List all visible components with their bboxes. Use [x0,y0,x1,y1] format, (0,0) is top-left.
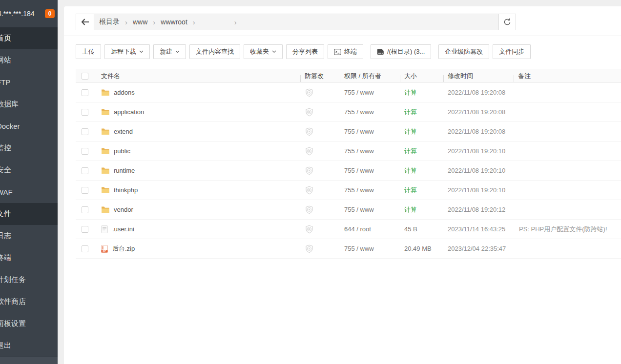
sidebar-item-4[interactable]: 数据库 [0,93,58,115]
sidebar: 4.***.***.184 0 首页 网站 FTP 数据库 Docker 监控 … [0,0,58,364]
toolbar-button-5[interactable]: 收藏夹 [244,44,283,59]
calc-size-link[interactable]: 计算 [404,167,417,174]
row-checkbox[interactable] [82,167,88,174]
breadcrumb-segment-2[interactable]: www [133,18,147,26]
col-size[interactable]: 大小 [400,72,443,81]
row-checkbox[interactable] [82,109,88,116]
chevron-down-icon [272,50,276,53]
select-all-checkbox[interactable] [82,73,88,80]
folder-icon [101,89,109,96]
sidebar-item-label: 文件 [0,209,11,219]
sidebar-item-label: FTP [0,78,10,86]
chevron-down-icon [272,50,276,53]
toolbar-button-3[interactable]: 新建 [153,44,186,59]
row-checkbox[interactable] [82,187,88,194]
sidebar-item-2[interactable]: 网站 [0,49,58,71]
sidebar-item-7[interactable]: 安全 [0,159,58,181]
sidebar-item-14[interactable]: 面板设置 [0,313,58,335]
sidebar-item-13[interactable]: 软件商店 [0,291,58,313]
file-name[interactable]: 后台.zip [112,244,135,253]
col-remark[interactable]: 备注 [514,72,621,81]
sidebar-item-9[interactable]: 文件 [0,203,58,225]
shield-x-icon[interactable] [305,147,313,156]
back-button[interactable] [76,14,94,30]
breadcrumb-segment-3[interactable]: wwwroot [161,18,187,26]
col-modified-time[interactable]: 修改时间 [443,72,514,81]
sidebar-item-15[interactable]: 退出 [0,335,58,357]
table-header-row: 文件名 防篡改 权限 / 所有者 大小 修改时间 备注 [76,69,621,83]
shield-x-icon[interactable] [305,225,313,234]
calc-size-link[interactable]: 计算 [404,206,417,213]
toolbar-button-9[interactable]: 企业级防篡改 [438,44,489,59]
sidebar-item-label: 首页 [0,34,11,43]
breadcrumb-segment-1[interactable]: 根目录 [99,18,120,26]
file-perms: 755 / www [340,147,400,155]
toolbar-button-4[interactable]: 文件内容查找 [189,44,240,59]
toolbar-button-label: 文件同步 [499,47,524,56]
sidebar-header: 4.***.***.184 0 [0,0,58,27]
file-name[interactable]: addons [114,89,135,96]
calc-size-link[interactable]: 计算 [404,186,417,194]
sidebar-item-label: 监控 [0,143,11,153]
toolbar-button-6[interactable]: 分享列表 [286,44,324,59]
sidebar-item-11[interactable]: 终端 [0,247,58,269]
file-mtime: 2022/11/08 19:20:08 [443,108,514,116]
shield-x-icon[interactable] [305,186,313,195]
row-checkbox[interactable] [82,206,88,213]
toolbar-button-2[interactable]: 远程下载 [104,44,150,59]
file-row: public 755 / www 计算 2022/11/08 19:20:10 [76,142,621,161]
toolbar-button-7[interactable]: 终端 [328,44,363,59]
sidebar-item-12[interactable]: 计划任务 [0,269,58,291]
sidebar-footer-strip [0,357,58,364]
file-table: 文件名 防篡改 权限 / 所有者 大小 修改时间 备注 addons [76,69,621,259]
row-checkbox[interactable] [82,89,88,96]
calc-size-link[interactable]: 计算 [404,89,417,96]
calc-size-link[interactable]: 计算 [404,147,417,155]
sidebar-item-label: 面板设置 [0,319,26,328]
shield-x-icon[interactable] [305,88,313,97]
sidebar-item-5[interactable]: Docker [0,115,58,137]
row-checkbox[interactable] [82,226,88,233]
col-tamper-proof[interactable]: 防篡改 [300,72,340,81]
refresh-button[interactable] [499,14,516,30]
row-checkbox[interactable] [82,245,88,252]
shield-x-icon[interactable] [305,205,313,214]
sidebar-item-8[interactable]: WAF [0,181,58,203]
file-name[interactable]: runtime [114,167,135,174]
row-checkbox[interactable] [82,148,88,155]
file-mtime: 2023/11/14 16:43:25 [443,225,514,233]
calc-size-link[interactable]: 计算 [404,128,417,135]
file-row: extend 755 / www 计算 2022/11/08 19:20:08 [76,122,621,142]
zip-file-icon: ZIP [101,245,108,253]
shield-x-icon[interactable] [305,108,313,117]
toolbar-button-1[interactable]: 上传 [76,44,101,59]
toolbar-button-10[interactable]: 文件同步 [493,44,531,59]
sidebar-item-label: 安全 [0,165,11,175]
sidebar-item-3[interactable]: FTP [0,71,58,93]
file-perms: 755 / www [340,206,400,213]
folder-icon [101,206,109,213]
file-name[interactable]: thinkphp [114,186,138,194]
row-checkbox[interactable] [82,128,88,135]
file-name[interactable]: application [114,108,144,116]
file-perms: 755 / www [340,186,400,194]
file-name[interactable]: .user.ini [112,225,134,233]
file-mtime: 2022/11/08 19:20:10 [443,186,514,194]
message-count-badge[interactable]: 0 [45,9,55,18]
file-name[interactable]: vendor [114,206,133,213]
file-size: 计算 [400,88,443,97]
select-all-cell [76,73,97,80]
col-filename[interactable]: 文件名 [97,72,300,81]
shield-x-icon[interactable] [305,244,313,253]
sidebar-item-10[interactable]: 日志 [0,225,58,247]
shield-x-icon[interactable] [305,127,313,136]
file-name[interactable]: public [114,147,130,155]
sidebar-item-1[interactable]: 首页 [0,27,58,49]
file-name[interactable]: extend [114,128,133,135]
calc-size-link[interactable]: 计算 [404,108,417,116]
toolbar-button-8[interactable]: /(根目录) (3... [371,44,431,59]
path-bar: 根目录›www›wwwroot›› [76,14,621,30]
sidebar-item-6[interactable]: 监控 [0,137,58,159]
shield-x-icon[interactable] [305,166,313,175]
col-permission-owner[interactable]: 权限 / 所有者 [340,72,400,81]
